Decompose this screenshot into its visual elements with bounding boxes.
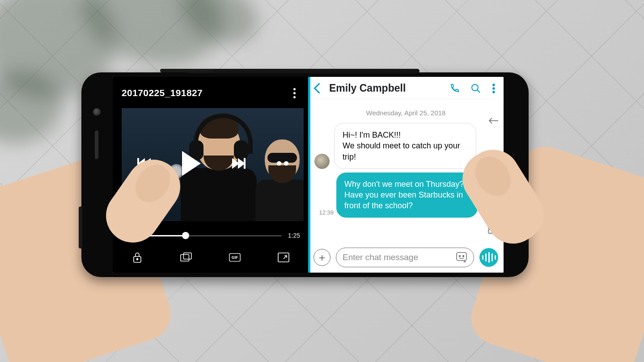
app-accent-stripe	[308, 77, 310, 273]
messages-header: Emily Campbell	[308, 77, 504, 99]
promo-scene: 20170225_191827	[0, 0, 644, 362]
collapse-arrow-icon[interactable]	[487, 116, 499, 128]
outgoing-bubble[interactable]: Why don't we meet on Thursday? Have you …	[336, 173, 478, 218]
lock-icon[interactable]	[131, 252, 143, 263]
voice-message-button[interactable]	[479, 248, 498, 267]
svg-point-10	[493, 91, 495, 93]
video-title: 20170225_191827	[122, 88, 203, 98]
composer-bar: ＋ Enter chat message	[314, 248, 498, 267]
more-icon[interactable]	[492, 83, 496, 94]
incoming-bubble[interactable]: Hi~! I'm BACK!!! We should meet to catch…	[334, 123, 476, 169]
forward-button[interactable]	[232, 158, 246, 168]
phone-top-edge	[187, 69, 419, 73]
svg-rect-3	[183, 253, 191, 259]
svg-point-15	[459, 256, 461, 257]
add-attachment-button[interactable]: ＋	[314, 249, 330, 266]
svg-text:GIF: GIF	[232, 255, 238, 260]
contact-avatar[interactable]	[314, 154, 330, 169]
message-input[interactable]: Enter chat message	[336, 248, 474, 267]
video-header: 20170225_191827	[113, 77, 308, 103]
svg-rect-2	[181, 255, 189, 261]
header-divider	[314, 99, 497, 99]
pip-icon[interactable]	[180, 252, 192, 263]
svg-point-1	[136, 258, 138, 260]
popout-icon[interactable]	[278, 252, 289, 263]
sticker-icon[interactable]	[456, 252, 467, 263]
svg-point-7	[472, 84, 478, 91]
svg-point-16	[463, 256, 464, 257]
scrubber-track[interactable]	[140, 235, 282, 236]
svg-rect-14	[457, 253, 466, 261]
total-time: 1:25	[288, 232, 300, 239]
play-button[interactable]	[182, 151, 201, 176]
power-button	[79, 206, 82, 248]
earpiece	[95, 130, 98, 159]
gif-icon[interactable]: GIF	[229, 252, 241, 263]
scrubber-thumb[interactable]	[182, 232, 189, 239]
svg-point-8	[493, 84, 495, 86]
message-time: 12:39	[319, 209, 334, 216]
more-options-icon[interactable]	[289, 88, 299, 98]
search-icon[interactable]	[470, 83, 481, 94]
back-icon[interactable]	[314, 83, 324, 93]
svg-rect-6	[278, 253, 289, 262]
date-separator: Wednesday, April 25, 2018	[308, 109, 504, 117]
message-placeholder: Enter chat message	[343, 253, 418, 262]
contact-name: Emily Campbell	[329, 82, 443, 94]
svg-point-9	[493, 87, 495, 89]
speed-toggle-icon[interactable]	[277, 161, 288, 165]
front-camera	[93, 108, 101, 116]
video-toolbar: GIF	[113, 247, 308, 268]
call-icon[interactable]	[449, 83, 460, 94]
volume-button	[160, 69, 214, 72]
